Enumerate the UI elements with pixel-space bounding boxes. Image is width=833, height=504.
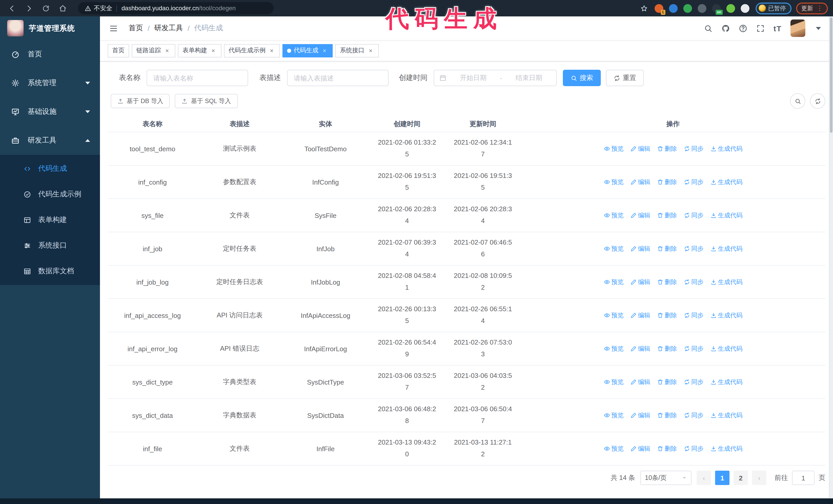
help-button[interactable] (739, 24, 747, 32)
generate-code-link[interactable]: 生成代码 (710, 278, 742, 286)
goto-page-input[interactable] (792, 471, 814, 485)
sync-link[interactable]: 同步 (684, 411, 704, 419)
delete-link[interactable]: 删除 (657, 244, 677, 253)
generate-code-link[interactable]: 生成代码 (710, 311, 742, 320)
edit-link[interactable]: 编辑 (630, 344, 650, 353)
eye-link[interactable]: 预览 (603, 411, 624, 419)
browser-forward-button[interactable] (22, 2, 35, 15)
sidebar-item-系统接口[interactable]: 系统接口 (0, 233, 100, 258)
delete-link[interactable]: 删除 (657, 144, 677, 153)
address-bar[interactable]: 不安全 dashboard.yudao.iocoder.cn/tool/code… (78, 2, 274, 14)
sync-link[interactable]: 同步 (684, 344, 704, 353)
browser-menu-icon[interactable]: ⋮ (816, 5, 823, 12)
edit-link[interactable]: 编辑 (630, 244, 650, 253)
avatar-caret-icon[interactable] (814, 24, 823, 32)
edit-link[interactable]: 编辑 (630, 444, 650, 453)
eye-link[interactable]: 预览 (603, 444, 624, 453)
edit-link[interactable]: 编辑 (630, 278, 650, 286)
browser-update-button[interactable]: 更新 ⋮ (796, 2, 828, 14)
delete-link[interactable]: 删除 (657, 411, 677, 419)
page-button-1[interactable]: 1 (715, 471, 730, 485)
tab-代码生成示例[interactable]: 代码生成示例× (224, 44, 280, 57)
generate-code-link[interactable]: 生成代码 (710, 211, 742, 220)
edit-link[interactable]: 编辑 (630, 378, 650, 386)
font-size-button[interactable]: tT (774, 24, 782, 32)
tab-代码生成[interactable]: 代码生成× (282, 44, 333, 57)
generate-code-link[interactable]: 生成代码 (710, 411, 742, 419)
sync-link[interactable]: 同步 (684, 144, 704, 153)
date-range-picker[interactable]: 开始日期 - 结束日期 (434, 70, 557, 86)
browser-back-button[interactable] (5, 2, 19, 15)
eye-link[interactable]: 预览 (603, 244, 624, 253)
delete-link[interactable]: 删除 (657, 378, 677, 386)
eye-link[interactable]: 预览 (603, 178, 624, 186)
browser-reload-button[interactable] (39, 2, 52, 15)
generate-code-link[interactable]: 生成代码 (710, 344, 742, 353)
delete-link[interactable]: 删除 (657, 178, 677, 186)
sync-link[interactable]: 同步 (684, 244, 704, 253)
sidebar-item-首页[interactable]: 首页 (0, 40, 100, 69)
eye-link[interactable]: 预览 (603, 144, 624, 153)
browser-home-button[interactable] (56, 2, 69, 15)
delete-link[interactable]: 删除 (657, 211, 677, 220)
generate-code-link[interactable]: 生成代码 (710, 178, 742, 186)
sidebar-item-基础设施[interactable]: 基础设施 (0, 97, 100, 126)
sync-link[interactable]: 同步 (684, 311, 704, 320)
github-button[interactable] (721, 24, 730, 32)
breadcrumb-item[interactable]: 研发工具 (154, 24, 183, 33)
eye-link[interactable]: 预览 (603, 211, 624, 220)
fullscreen-button[interactable] (756, 24, 765, 32)
page-button-2[interactable]: 2 (734, 471, 748, 485)
delete-link[interactable]: 删除 (657, 311, 677, 320)
user-avatar[interactable] (790, 20, 805, 37)
edit-link[interactable]: 编辑 (630, 411, 650, 419)
delete-link[interactable]: 删除 (657, 344, 677, 353)
close-icon[interactable]: × (210, 47, 217, 54)
extension-icon-5[interactable]: on (712, 4, 720, 13)
eye-link[interactable]: 预览 (603, 278, 624, 286)
tab-系统接口[interactable]: 系统接口× (335, 44, 379, 57)
extension-icon-2[interactable] (669, 4, 677, 13)
sidebar-item-研发工具[interactable]: 研发工具 (0, 126, 100, 155)
security-warning[interactable]: 不安全 (94, 4, 112, 13)
tab-表单构建[interactable]: 表单构建× (178, 44, 221, 57)
next-page-button[interactable]: › (752, 471, 766, 485)
edit-link[interactable]: 编辑 (630, 211, 650, 220)
page-size-select[interactable]: 10条/页 (640, 471, 691, 485)
sidebar-item-代码生成示例[interactable]: 代码生成示例 (0, 182, 100, 207)
eye-link[interactable]: 预览 (603, 378, 624, 386)
extension-icon-7[interactable] (740, 4, 749, 13)
sidebar-toggle-button[interactable] (107, 22, 119, 34)
sync-link[interactable]: 同步 (684, 444, 704, 453)
extension-icon-6[interactable] (726, 4, 735, 13)
close-icon[interactable]: × (321, 47, 328, 54)
close-icon[interactable]: × (367, 47, 374, 54)
delete-link[interactable]: 删除 (657, 444, 677, 453)
extension-icon-3[interactable] (683, 4, 692, 13)
page-scrollbar[interactable] (829, 17, 833, 498)
close-icon[interactable]: × (164, 47, 171, 54)
sidebar-item-表单构建[interactable]: 表单构建 (0, 207, 100, 233)
sidebar-item-代码生成[interactable]: 代码生成 (0, 156, 100, 182)
prev-page-button[interactable]: ‹ (697, 471, 711, 485)
import-sql-button[interactable]: 基于 SQL 导入 (175, 94, 238, 108)
sidebar-item-数据库文档[interactable]: 数据库文档 (0, 258, 100, 284)
sidebar-item-系统管理[interactable]: 系统管理 (0, 69, 100, 97)
breadcrumb-item[interactable]: 首页 (129, 24, 143, 33)
reset-button[interactable]: 重置 (606, 70, 644, 86)
tab-首页[interactable]: 首页 (108, 44, 129, 57)
extension-icon-1[interactable]: 1 (654, 4, 663, 13)
table-desc-input[interactable] (287, 70, 388, 86)
search-button[interactable]: 搜索 (563, 70, 601, 86)
edit-link[interactable]: 编辑 (630, 144, 650, 153)
generate-code-link[interactable]: 生成代码 (710, 144, 742, 153)
header-search-button[interactable] (704, 24, 713, 32)
eye-link[interactable]: 预览 (603, 311, 624, 320)
table-name-input[interactable] (147, 70, 248, 86)
generate-code-link[interactable]: 生成代码 (710, 244, 742, 253)
edit-link[interactable]: 编辑 (630, 178, 650, 186)
toggle-search-button[interactable] (790, 93, 805, 109)
sync-link[interactable]: 同步 (684, 211, 704, 220)
generate-code-link[interactable]: 生成代码 (710, 444, 742, 453)
eye-link[interactable]: 预览 (603, 344, 624, 353)
